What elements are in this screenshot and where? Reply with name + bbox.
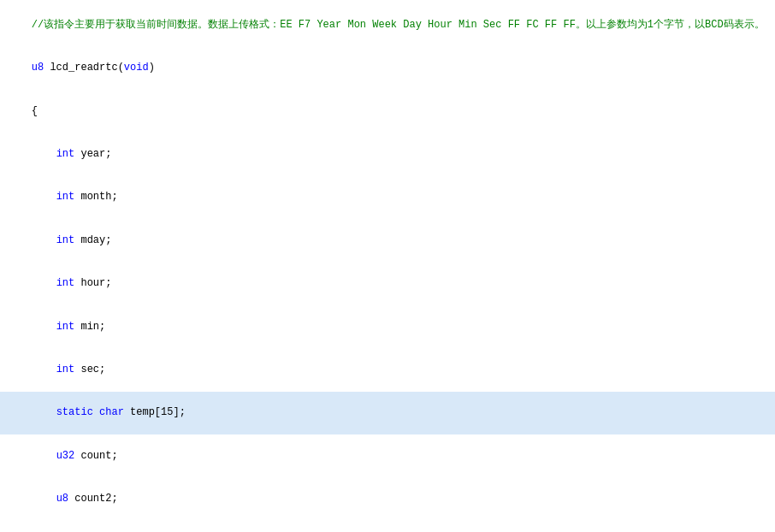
code-line-var2: int month;: [0, 176, 775, 219]
code-line-var9: u8 count2;: [0, 477, 775, 520]
code-line-var3: int mday;: [0, 219, 775, 262]
code-line-var5: int min;: [0, 305, 775, 348]
code-line-var4: int hour;: [0, 262, 775, 304]
code-line-var6: int sec;: [0, 348, 775, 391]
code-line-open-brace: {: [0, 90, 775, 133]
code-line-var1: int year;: [0, 133, 775, 175]
code-container: //该指令主要用于获取当前时间数据。数据上传格式：EE F7 Year Mon …: [0, 0, 775, 532]
code-line-var8: u32 count;: [0, 434, 775, 477]
code-line-static-char: static char temp[15];: [0, 392, 775, 434]
code-line-comment: //该指令主要用于获取当前时间数据。数据上传格式：EE F7 Year Mon …: [0, 3, 775, 46]
code-line-func-decl: u8 lcd_readrtc(void): [0, 46, 775, 89]
code-line-var10: LCD_RX_STA=0;: [0, 521, 775, 532]
